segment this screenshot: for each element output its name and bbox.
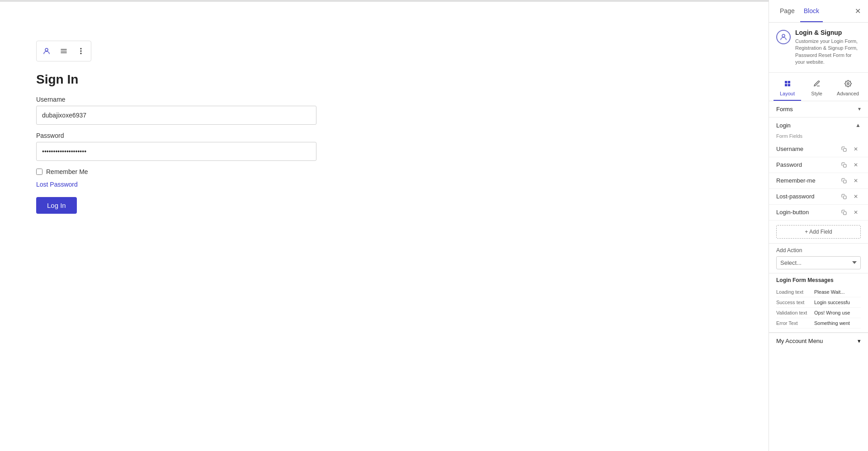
password-input[interactable] [36, 142, 316, 161]
messages-title: Login Form Messages [776, 277, 861, 283]
copy-login-button-btn[interactable] [839, 207, 849, 217]
tab-block[interactable]: Block [800, 0, 823, 22]
field-name-password: Password [776, 161, 839, 168]
forms-chevron: ▾ [858, 106, 861, 112]
add-action-section: Add Action Select... [769, 243, 868, 273]
field-row-login-button: Login-button ✕ [769, 205, 868, 221]
msg-row-validation: Validation text Ops! Wrong use [776, 308, 861, 318]
right-panel: Page Block ✕ Login & Signup Customize yo… [769, 0, 868, 451]
username-label: Username [36, 96, 316, 103]
more-icon-btn[interactable] [73, 43, 89, 59]
login-button[interactable]: Log In [36, 197, 77, 214]
svg-rect-17 [844, 211, 847, 215]
tab-advanced[interactable]: Advanced [832, 77, 863, 101]
my-account-chevron: ▾ [858, 338, 861, 344]
svg-rect-14 [844, 164, 847, 167]
block-info-title: Login & Signup [795, 29, 861, 36]
tab-page[interactable]: Page [776, 0, 798, 22]
svg-point-7 [782, 34, 785, 37]
msg-value-loading: Please Wait... [814, 289, 861, 295]
advanced-icon [844, 80, 852, 89]
delete-username-btn[interactable]: ✕ [851, 144, 861, 154]
msg-label-validation: Validation text [776, 310, 811, 315]
block-info-text: Login & Signup Customize your Login Form… [795, 29, 861, 66]
remember-me-row: Remember Me [36, 168, 316, 175]
block-info-desc: Customize your Login Form, Registration … [795, 38, 861, 66]
login-form: Sign In Username Password Remember Me Lo… [36, 72, 316, 214]
delete-remember-me-btn[interactable]: ✕ [851, 176, 861, 186]
top-bar [0, 0, 769, 2]
user-icon-btn[interactable] [38, 43, 55, 59]
close-button[interactable]: ✕ [855, 7, 861, 15]
my-account-section[interactable]: My Account Menu ▾ [769, 333, 868, 349]
add-action-select[interactable]: Select... [776, 256, 861, 269]
msg-value-error: Something went [814, 320, 861, 326]
svg-point-5 [80, 51, 81, 52]
delete-password-btn[interactable]: ✕ [851, 160, 861, 170]
remember-me-checkbox[interactable] [36, 169, 42, 175]
msg-label-success: Success text [776, 300, 811, 305]
login-section-header[interactable]: Login ▲ [769, 117, 868, 133]
field-name-login-button: Login-button [776, 209, 839, 216]
tab-layout[interactable]: Layout [774, 77, 801, 101]
field-actions-password: ✕ [839, 160, 861, 170]
view-tabs: Layout Style Advanced [769, 73, 868, 101]
block-info: Login & Signup Customize your Login Form… [769, 23, 868, 73]
copy-username-btn[interactable] [839, 144, 849, 154]
msg-row-success: Success text Login successfu [776, 297, 861, 308]
field-row-password: Password ✕ [769, 157, 868, 173]
login-form-messages: Login Form Messages Loading text Please … [769, 273, 868, 332]
login-chevron: ▲ [855, 122, 861, 128]
login-section: Login ▲ Form Fields Username ✕ Password … [769, 117, 868, 333]
add-action-label: Add Action [776, 247, 861, 254]
delete-lost-password-btn[interactable]: ✕ [851, 192, 861, 202]
add-field-button[interactable]: + Add Field [776, 225, 861, 239]
username-input[interactable] [36, 106, 316, 125]
svg-point-4 [80, 48, 81, 49]
field-name-lost-password: Lost-password [776, 193, 839, 200]
msg-value-validation: Ops! Wrong use [814, 310, 861, 315]
field-actions-remember-me: ✕ [839, 176, 861, 186]
tab-style[interactable]: Style [803, 77, 830, 101]
form-title: Sign In [36, 72, 316, 87]
password-label: Password [36, 132, 316, 139]
field-name-remember-me: Remember-me [776, 177, 839, 184]
svg-rect-8 [785, 81, 787, 83]
lost-password-link[interactable]: Lost Password [36, 181, 316, 188]
msg-label-loading: Loading text [776, 289, 811, 295]
copy-password-btn[interactable] [839, 160, 849, 170]
block-controls [36, 41, 91, 61]
svg-point-6 [80, 53, 81, 54]
style-icon [813, 80, 821, 89]
forms-section-header[interactable]: Forms ▾ [769, 101, 868, 117]
msg-label-error: Error Text [776, 320, 811, 326]
svg-rect-13 [844, 148, 847, 151]
form-fields-label: Form Fields [769, 133, 868, 139]
forms-section: Forms ▾ [769, 101, 868, 117]
field-actions-login-button: ✕ [839, 207, 861, 217]
main-canvas: Sign In Username Password Remember Me Lo… [0, 0, 769, 451]
login-signup-icon [776, 30, 791, 44]
svg-rect-16 [844, 196, 847, 199]
field-row-username: Username ✕ [769, 141, 868, 157]
svg-rect-10 [785, 84, 787, 86]
msg-row-loading: Loading text Please Wait... [776, 287, 861, 297]
copy-remember-me-btn[interactable] [839, 176, 849, 186]
login-label: Login [776, 122, 791, 129]
svg-rect-9 [788, 81, 790, 83]
msg-value-success: Login successfu [814, 300, 861, 305]
my-account-label: My Account Menu [776, 338, 823, 344]
layout-label: Layout [780, 91, 795, 96]
list-icon-btn[interactable] [56, 43, 72, 59]
delete-login-button-btn[interactable]: ✕ [851, 207, 861, 217]
field-actions-username: ✕ [839, 144, 861, 154]
svg-point-0 [45, 48, 48, 51]
field-name-username: Username [776, 146, 839, 152]
field-actions-lost-password: ✕ [839, 192, 861, 202]
copy-lost-password-btn[interactable] [839, 192, 849, 202]
field-row-lost-password: Lost-password ✕ [769, 189, 868, 205]
layout-icon [784, 80, 791, 89]
style-label: Style [811, 91, 822, 96]
field-row-remember-me: Remember-me ✕ [769, 173, 868, 189]
forms-label: Forms [776, 106, 793, 113]
